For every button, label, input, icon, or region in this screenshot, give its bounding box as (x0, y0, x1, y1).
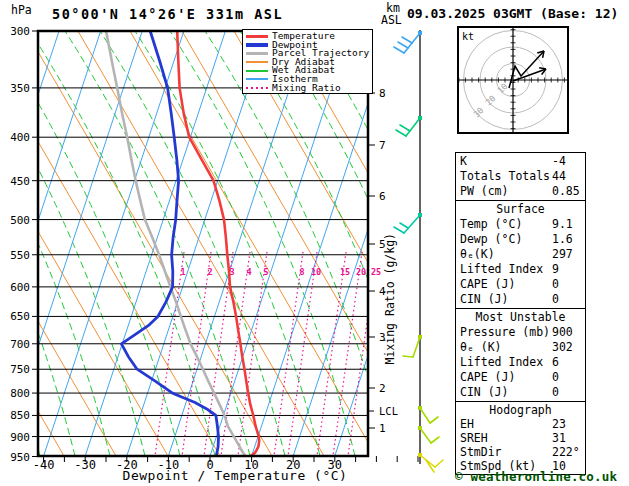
stat-row-surface-dewp: Dewp (°C)1.6 (456, 232, 585, 247)
temperature-line-swatch (246, 35, 268, 39)
stats-panels: K-4 Totals Totals44 PW (cm)0.85 Surface … (455, 153, 586, 475)
hodograph-panel: Hodograph EH23 SREH31 StmDir222° StmSpd … (455, 401, 586, 475)
svg-text:650: 650 (10, 310, 30, 323)
wind-barb (435, 460, 443, 467)
svg-text:700: 700 (10, 338, 30, 351)
stat-row-mu-li: Lifted Index6 (456, 355, 585, 370)
svg-text:7: 7 (379, 139, 386, 152)
hodograph-unit-label: kt (462, 31, 474, 42)
stat-row-totals: Totals Totals44 (456, 169, 585, 184)
wind-barb (394, 47, 404, 53)
most-unstable-panel: Most Unstable Pressure (mb)900 θₑ (K)302… (455, 308, 586, 402)
svg-text:350: 350 (10, 82, 30, 95)
wet-adiabat-line-swatch (246, 70, 268, 72)
isotherm-line-swatch (246, 78, 268, 80)
svg-text:20: 20 (356, 267, 366, 277)
svg-text:8: 8 (379, 87, 386, 100)
svg-text:10: 10 (311, 267, 321, 277)
stat-row-pw: PW (cm)0.85 (456, 184, 585, 199)
svg-text:450: 450 (10, 175, 30, 188)
svg-text:500: 500 (10, 214, 30, 227)
parcel-line-swatch (246, 52, 268, 56)
wind-barb (402, 37, 412, 43)
skewt-sounding-page: 3003504004505005506006507007508008509009… (0, 0, 629, 486)
svg-text:850: 850 (10, 409, 30, 422)
isotherms-group (0, 31, 475, 456)
wind-barb (403, 356, 413, 357)
wind-barb-marker (418, 453, 422, 457)
temperature-axis-label: Dewpoint / Temperature (°C) (90, 468, 380, 483)
mixing-ratio-lines-group (155, 252, 377, 456)
svg-text:5: 5 (263, 267, 268, 277)
surface-panel: Surface Temp (°C)9.1 Dewp (°C)1.6 θₑ(K)2… (455, 200, 586, 309)
legend-item-mixing-ratio: Mixing Ratio (246, 84, 370, 93)
pressure-axis-unit: hPa (11, 3, 32, 17)
stat-row-stmdir: StmDir222° (456, 445, 585, 459)
stat-row-surface-li: Lifted Index9 (456, 262, 585, 277)
station-title: 50°00'N 14°26'E 331m ASL (52, 6, 283, 22)
stat-row-surface-thetae: θₑ(K)297 (456, 247, 585, 262)
stat-row-mu-pressure: Pressure (mb)900 (456, 325, 585, 340)
svg-text:8: 8 (299, 267, 304, 277)
wind-barb (420, 428, 431, 443)
hodograph-inset: kt102030 (458, 27, 568, 133)
svg-text:750: 750 (10, 363, 30, 376)
svg-text:15: 15 (340, 267, 350, 277)
svg-text:950: 950 (10, 451, 30, 464)
wind-barb (398, 42, 408, 48)
copyright: © weatheronline.co.uk (455, 469, 617, 484)
wind-barb-marker (418, 406, 422, 410)
stat-row-surface-temp: Temp (°C)9.1 (456, 217, 585, 232)
svg-text:4: 4 (246, 267, 251, 277)
wind-barb (404, 215, 420, 233)
stat-row-surface-cape: CAPE (J)0 (456, 277, 585, 292)
mixing-ratio-axis-label: Mixing Ratio (g/kg) (383, 235, 398, 365)
wind-barb (406, 118, 420, 136)
stat-row-sreh: SREH31 (456, 431, 585, 445)
stat-row-surface-cin: CIN (J)0 (456, 292, 585, 307)
stat-row-k: K-4 (456, 154, 585, 169)
svg-text:800: 800 (10, 387, 30, 400)
svg-text:300: 300 (10, 25, 30, 38)
wind-barb (413, 337, 420, 357)
stat-row-mu-cin: CIN (J)0 (456, 385, 585, 400)
svg-text:400: 400 (10, 131, 30, 144)
indices-panel: K-4 Totals Totals44 PW (cm)0.85 (455, 152, 586, 201)
stat-row-mu-cape: CAPE (J)0 (456, 370, 585, 385)
lcl-label: LCL (379, 405, 398, 417)
hodograph-panel-title: Hodograph (456, 403, 585, 417)
svg-text:550: 550 (10, 249, 30, 262)
wind-barb (396, 130, 406, 136)
svg-text:2: 2 (207, 267, 212, 277)
wind-barb (420, 408, 430, 423)
surface-panel-title: Surface (456, 202, 585, 217)
wind-barbs-group (394, 30, 443, 472)
wind-barb (431, 437, 439, 443)
wind-barb-marker (418, 31, 422, 35)
dry-adiabat-line-swatch (246, 61, 268, 63)
svg-text:600: 600 (10, 281, 30, 294)
mixing-ratio-line-swatch (246, 87, 268, 89)
svg-text:1: 1 (379, 422, 386, 435)
mixing-ratio-labels: 12345810152025 (180, 267, 381, 277)
chart-legend: Temperature Dewpoint Parcel Trajectory D… (242, 29, 373, 94)
most-unstable-panel-title: Most Unstable (456, 310, 585, 325)
svg-text:900: 900 (10, 431, 30, 444)
wind-barb (430, 417, 438, 423)
svg-text:1: 1 (180, 267, 185, 277)
svg-text:-40: -40 (33, 458, 55, 472)
wind-barb-marker (418, 116, 422, 120)
wind-barb-marker (418, 335, 422, 339)
svg-text:2: 2 (379, 382, 386, 395)
dewpoint-line-swatch (246, 43, 268, 47)
run-datetime: 09.03.2025 03GMT (Base: 12) (407, 6, 618, 21)
svg-text:25: 25 (371, 267, 381, 277)
wind-barb-marker (418, 426, 422, 430)
wind-barb (400, 125, 410, 131)
wind-barb (400, 223, 408, 228)
svg-text:6: 6 (379, 190, 386, 203)
stat-row-eh: EH23 (456, 417, 585, 431)
stat-row-mu-thetae: θₑ (K)302 (456, 340, 585, 355)
wind-barb-marker (418, 213, 422, 217)
altitude-axis-unit-asl: ASL (381, 13, 402, 27)
